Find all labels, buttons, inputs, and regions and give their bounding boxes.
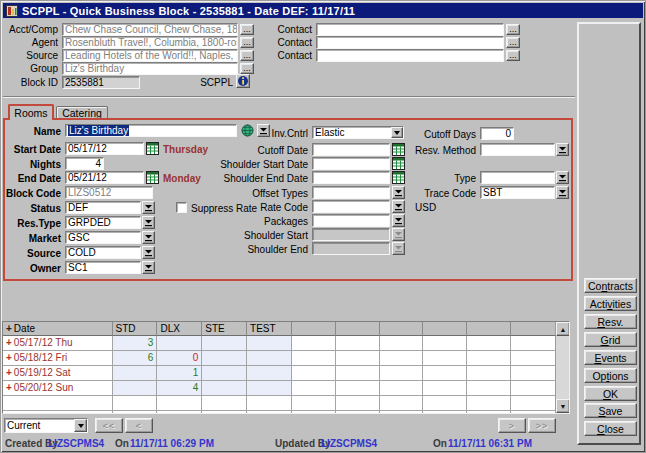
events-button[interactable]: Events (584, 350, 637, 365)
nav-first-button[interactable]: << (95, 418, 123, 433)
grid-header-cell[interactable]: TEST (247, 322, 292, 336)
options-button[interactable]: Options (584, 368, 637, 383)
source-account-field[interactable]: Leading Hotels of the World!!, Naples, 1… (62, 49, 238, 62)
offset-types-dropdown-button[interactable] (392, 186, 405, 199)
market-field[interactable]: GSC (65, 231, 141, 244)
shoulder-end-date-field[interactable] (312, 171, 390, 184)
status-field[interactable]: DEF (65, 201, 141, 214)
contact2-lookup-button[interactable]: ... (506, 37, 520, 48)
end-date-calendar-button[interactable] (146, 171, 159, 186)
grid-cell[interactable] (113, 381, 158, 396)
shoulder-end-calendar-button[interactable] (392, 171, 405, 186)
grid-cell[interactable]: 4 (157, 381, 202, 396)
grid-header-cell[interactable]: STE (202, 322, 247, 336)
cutoff-days-field[interactable]: 0 (480, 127, 514, 140)
grid-cell[interactable] (247, 351, 292, 366)
owner-dropdown-button[interactable] (142, 261, 155, 274)
shoulder-start-calendar-button[interactable] (392, 157, 405, 172)
grid-header-cell[interactable]: DLX (157, 322, 202, 336)
res-type-dropdown-button[interactable] (142, 216, 155, 229)
grid-cell (292, 351, 336, 366)
grid-cell[interactable]: 1 (157, 366, 202, 381)
suppress-rate-checkbox[interactable] (176, 202, 187, 213)
grid-cell[interactable] (202, 366, 247, 381)
grid-cell[interactable]: 0 (157, 351, 202, 366)
nav-last-button[interactable]: >> (528, 418, 556, 433)
owner-field[interactable]: SC1 (65, 261, 141, 274)
trace-code-field[interactable]: SBT (480, 186, 555, 199)
expand-icon[interactable]: + (6, 382, 12, 393)
tab-rooms[interactable]: Rooms (8, 104, 54, 120)
contact1-lookup-button[interactable]: ... (506, 24, 520, 35)
resv-method-field[interactable] (480, 143, 555, 156)
type-field[interactable] (480, 171, 555, 184)
packages-dropdown-button[interactable] (392, 214, 405, 227)
name-dropdown-button[interactable] (257, 124, 270, 137)
grid-cell[interactable] (247, 381, 292, 396)
group-field[interactable]: Liz's Birthday (62, 62, 238, 75)
info-button[interactable] (236, 74, 250, 88)
resv-method-dropdown-button[interactable] (556, 143, 569, 156)
res-type-field[interactable]: GRPDED (65, 216, 141, 229)
grid-header-cell[interactable]: +Date (3, 322, 113, 336)
contact1-field[interactable] (316, 23, 504, 36)
expand-icon[interactable]: + (6, 337, 12, 348)
scroll-up-button[interactable]: ▲ (556, 322, 570, 336)
grid-vertical-scrollbar[interactable]: ▲ ▼ (555, 322, 569, 413)
grid-cell[interactable] (202, 351, 247, 366)
grid-button[interactable]: Grid (584, 332, 637, 347)
rate-code-dropdown-button[interactable] (392, 200, 405, 213)
type-dropdown-button[interactable] (556, 171, 569, 184)
market-dropdown-button[interactable] (142, 231, 155, 244)
grid-header-cell[interactable]: STD (113, 322, 158, 336)
group-lookup-button[interactable]: ... (240, 63, 254, 74)
inv-cntrl-combo-arrow[interactable] (391, 127, 403, 138)
start-date-field[interactable]: 05/17/12 (65, 142, 144, 155)
agent-field[interactable]: Rosenbluth Travel!, Columbia, 1800-roser (62, 36, 238, 49)
grid-cell[interactable]: 3 (113, 336, 158, 351)
grid-cell[interactable]: 6 (113, 351, 158, 366)
end-date-field[interactable]: 05/21/12 (65, 171, 144, 184)
packages-field[interactable] (312, 214, 390, 227)
grid-cell[interactable] (202, 381, 247, 396)
name-field[interactable]: Liz's Birthday (65, 124, 237, 137)
scroll-down-button[interactable]: ▼ (556, 399, 570, 413)
contact3-lookup-button[interactable]: ... (506, 50, 520, 61)
trace-code-dropdown-button[interactable] (556, 186, 569, 199)
block-code-field[interactable]: LIZS0512 (65, 186, 153, 199)
grid-row: +05/20/12 Sun4 (3, 381, 556, 396)
resv-button[interactable]: Resv. (584, 314, 637, 329)
offset-types-field[interactable] (312, 186, 390, 199)
nav-next-button[interactable]: > (498, 418, 526, 433)
acct-comp-field[interactable]: Chew Chase Council, Chew Chase, 1800 (62, 23, 238, 36)
expand-icon[interactable]: + (6, 323, 12, 334)
status-dropdown-button[interactable] (142, 201, 155, 214)
activities-button[interactable]: Activities (584, 296, 637, 311)
grid-cell[interactable] (113, 366, 158, 381)
contact2-field[interactable] (316, 36, 504, 49)
title-bar[interactable]: SCPPL - Quick Business Block - 2535881 -… (3, 3, 643, 18)
rate-code-field[interactable] (312, 200, 390, 213)
cutoff-date-calendar-button[interactable] (392, 143, 405, 158)
source-account-label: Source (0, 50, 58, 62)
grid-cell[interactable] (157, 336, 202, 351)
cutoff-date-field[interactable] (312, 143, 390, 156)
source-dropdown-button[interactable] (142, 246, 155, 259)
expand-icon[interactable]: + (6, 352, 12, 363)
view-selector-arrow[interactable] (74, 419, 87, 432)
ok-button[interactable]: OK (584, 386, 637, 401)
translate-button[interactable] (241, 124, 254, 139)
source-code-field[interactable]: COLD (65, 246, 141, 259)
start-date-calendar-button[interactable] (146, 142, 159, 157)
grid-cell[interactable] (247, 366, 292, 381)
save-button[interactable]: Save (584, 403, 637, 418)
nav-prev-button[interactable]: < (125, 418, 153, 433)
close-button[interactable]: Close (584, 421, 637, 436)
contracts-button[interactable]: Contracts (584, 278, 637, 293)
grid-cell[interactable] (202, 336, 247, 351)
contact3-field[interactable] (316, 49, 504, 62)
grid-cell[interactable] (247, 336, 292, 351)
shoulder-start-date-field[interactable] (312, 157, 390, 170)
expand-icon[interactable]: + (6, 367, 12, 378)
nights-field[interactable]: 4 (65, 157, 104, 170)
